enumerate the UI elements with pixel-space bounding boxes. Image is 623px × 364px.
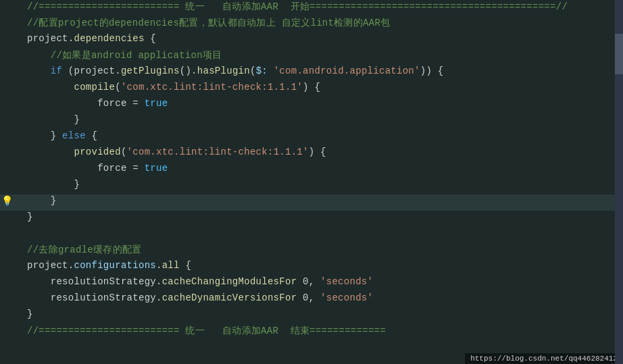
line-content: //======================== 统一 自动添加AAR 开始… <box>0 1 623 13</box>
line-content: project.configurations.all { <box>0 260 623 271</box>
code-area[interactable]: //======================== 统一 自动添加AAR 开始… <box>0 0 623 364</box>
line-content: if (project.getPlugins().hasPlugin($: 'c… <box>0 66 623 76</box>
token-default: (project. <box>62 66 121 76</box>
line-content: } <box>0 211 623 222</box>
line-content: resolutionStrategy.cacheDynamicVersionsF… <box>0 292 623 303</box>
token-string: 'com.xtc.lint:lint-check:1.1.1' <box>121 82 303 93</box>
line-content: resolutionStrategy.cacheChangingModulesF… <box>0 276 623 287</box>
code-line: } <box>0 178 623 194</box>
token-string: 'seconds' <box>320 292 373 303</box>
token-default: } <box>27 179 80 190</box>
editor-container: //======================== 统一 自动添加AAR 开始… <box>0 0 623 364</box>
code-line: //======================== 统一 自动添加AAR 开始… <box>0 0 623 16</box>
token-method: all <box>162 260 180 271</box>
token-default: ) { <box>309 147 326 157</box>
token-default: 0, <box>297 292 320 303</box>
token-default: )) { <box>420 66 444 76</box>
token-default: } <box>27 211 33 222</box>
token-string: 'com.xtc.lint:lint-check:1.1.1' <box>127 147 309 157</box>
code-line: //如果是android application项目 <box>0 49 623 65</box>
token-method: cacheChangingModulesFor <box>162 276 297 287</box>
code-line: project.dependencies { <box>0 32 623 49</box>
line-content: } <box>0 309 623 319</box>
token-string: 'seconds' <box>320 276 373 287</box>
token-default: } <box>27 309 33 319</box>
token-default: } <box>27 114 80 125</box>
code-line: resolutionStrategy.cacheDynamicVersionsF… <box>0 292 623 308</box>
token-keyword: else <box>62 130 86 141</box>
code-line: } <box>0 211 623 227</box>
code-line: force = true <box>0 97 623 113</box>
line-content: compile('com.xtc.lint:lint-check:1.1.1')… <box>0 82 623 93</box>
line-content: provided('com.xtc.lint:lint-check:1.1.1'… <box>0 147 623 157</box>
bulb-icon: 💡 <box>0 195 14 207</box>
line-content: project.dependencies { <box>0 33 623 44</box>
token-default <box>27 147 74 157</box>
token-default: } <box>27 130 62 141</box>
token-default: { <box>145 33 156 44</box>
line-content: //如果是android application项目 <box>0 49 623 61</box>
scrollbar-vertical[interactable] <box>615 0 623 364</box>
code-line: project.configurations.all { <box>0 259 623 276</box>
line-content: force = true <box>0 163 623 174</box>
token-default: { <box>86 130 97 141</box>
code-line: } <box>0 113 623 130</box>
token-default: force = <box>27 163 145 174</box>
token-true: true <box>145 163 168 174</box>
token-default: } <box>27 195 56 206</box>
token-default: { <box>180 260 191 271</box>
token-default: resolutionStrategy. <box>27 292 162 303</box>
token-default <box>27 82 74 93</box>
token-default: project. <box>27 260 74 271</box>
line-content: //======================== 统一 自动添加AAR 结束… <box>0 325 623 337</box>
token-default: . <box>156 260 162 271</box>
token-true: true <box>145 98 168 109</box>
token-default: ( <box>115 82 121 93</box>
line-content: //配置project的dependencies配置，默认都自动加上 自定义li… <box>0 17 623 29</box>
token-default: project. <box>27 33 74 44</box>
code-line: resolutionStrategy.cacheChangingModulesF… <box>0 276 623 292</box>
code-line: provided('com.xtc.lint:lint-check:1.1.1'… <box>0 146 623 162</box>
scrollbar-thumb[interactable] <box>615 34 623 74</box>
token-method: dependencies <box>74 33 144 44</box>
token-default: ( <box>121 147 127 157</box>
url-bar: https://blog.csdn.net/qq446282412 <box>465 353 623 364</box>
token-comment: //如果是android application项目 <box>27 50 222 61</box>
token-method: compile <box>74 82 115 93</box>
token-comment: //配置project的dependencies配置，默认都自动加上 自定义li… <box>27 18 390 28</box>
code-line: compile('com.xtc.lint:lint-check:1.1.1')… <box>0 81 623 97</box>
token-default: 0, <box>297 276 320 287</box>
code-line: } <box>0 308 623 324</box>
code-line: if (project.getPlugins().hasPlugin($: 'c… <box>0 65 623 81</box>
line-content: force = true <box>0 98 623 109</box>
line-content: } <box>0 195 623 206</box>
token-variable: configurations <box>74 260 156 271</box>
token-default: ) { <box>303 82 320 93</box>
code-line: 💡 } <box>0 194 623 211</box>
code-line: //去除gradle缓存的配置 <box>0 243 623 259</box>
token-default: (). <box>180 66 197 76</box>
line-content <box>0 228 623 238</box>
token-method: getPlugins <box>121 66 180 76</box>
line-content: } <box>0 114 623 125</box>
code-line: //======================== 统一 自动添加AAR 结束… <box>0 324 623 340</box>
code-line <box>0 227 623 243</box>
token-keyword: if <box>27 66 62 76</box>
token-default: resolutionStrategy. <box>27 276 162 287</box>
code-line: //配置project的dependencies配置，默认都自动加上 自定义li… <box>0 16 623 32</box>
line-content: } else { <box>0 130 623 141</box>
token-comment: //======================== 统一 自动添加AAR 结束… <box>27 326 386 336</box>
token-variable: $: <box>256 66 268 76</box>
token-comment: //去除gradle缓存的配置 <box>27 244 141 255</box>
token-method: provided <box>74 147 120 157</box>
code-line: force = true <box>0 162 623 178</box>
token-comment: //======================== 统一 自动添加AAR 开始… <box>27 1 568 12</box>
token-default: ( <box>250 66 256 76</box>
token-default: force = <box>27 98 145 109</box>
code-line: } else { <box>0 130 623 146</box>
line-content: } <box>0 179 623 190</box>
token-string: 'com.android.application' <box>268 66 420 76</box>
line-content: //去除gradle缓存的配置 <box>0 244 623 256</box>
token-method: cacheDynamicVersionsFor <box>162 292 297 303</box>
token-method: hasPlugin <box>197 66 250 76</box>
